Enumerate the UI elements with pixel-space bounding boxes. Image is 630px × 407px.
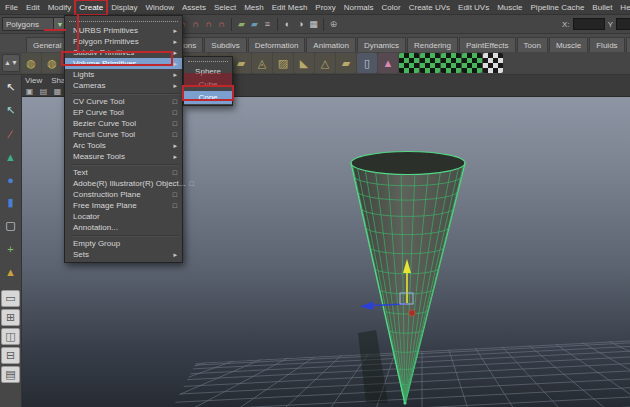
layout-single-pane[interactable]: ▭ (1, 290, 20, 307)
render-settings-icon[interactable]: ▦ (307, 17, 320, 31)
menu-item[interactable]: Create (75, 0, 107, 15)
submenu-item[interactable]: Cube (184, 78, 232, 91)
soft-mod-tool[interactable]: ▲ (1, 262, 20, 281)
poly-split-icon[interactable]: ◬ (252, 53, 272, 73)
lasso-select-tool[interactable]: ↖ (1, 101, 20, 120)
menu-item[interactable]: Assets (178, 0, 210, 15)
shelf-tab[interactable]: PaintEffects (459, 37, 516, 52)
shelf-tab[interactable]: Dynamics (357, 37, 406, 52)
menu-item[interactable]: Modify (44, 0, 76, 15)
poly-merge-icon[interactable]: ▨ (273, 53, 293, 73)
poly-quad-icon[interactable]: ▰ (336, 53, 356, 73)
create-menu-item[interactable]: Subdiv Primitives ▸ (65, 47, 182, 58)
select-tool[interactable]: ↖ (1, 78, 20, 97)
shelf-tab[interactable]: Muscle (549, 37, 588, 52)
menu-item[interactable]: Proxy (311, 0, 339, 15)
shelf-tab[interactable]: General (26, 37, 68, 52)
menu-item[interactable]: Pipeline Cache (527, 0, 589, 15)
menu-item[interactable]: Edit Mesh (268, 0, 312, 15)
render-icon[interactable]: ◐ (281, 17, 294, 31)
menu-item[interactable]: Muscle (493, 0, 526, 15)
menu-item[interactable]: Window (142, 0, 178, 15)
poly-bridge-icon[interactable]: ▰ (231, 53, 251, 73)
uv-checker3-icon[interactable]: ▩ (441, 53, 461, 73)
poly-sphere-icon[interactable]: ◍ (21, 53, 41, 73)
menu-item[interactable]: Edit (22, 0, 44, 15)
menu-item[interactable]: Create UVs (405, 0, 454, 15)
create-menu-item[interactable]: Polygon Primitives ▸ (65, 36, 182, 47)
create-menu-item[interactable]: Text □ (65, 167, 182, 178)
poly-wedge-icon[interactable]: ◣ (294, 53, 314, 73)
create-menu-item[interactable]: Annotation... (65, 222, 182, 233)
create-menu-item[interactable]: Locator (65, 211, 182, 222)
create-menu-item[interactable]: Sets ▸ (65, 249, 182, 260)
menu-item[interactable]: Bullet (588, 0, 616, 15)
uv-checker2-icon[interactable]: ▩ (420, 53, 440, 73)
shelf-scroll-arrows-icon[interactable]: ▲▼ (2, 54, 20, 72)
move-tool[interactable]: ▲ (1, 147, 20, 166)
create-menu-item[interactable]: NURBS Primitives ▸ (65, 25, 182, 36)
output-connection-icon[interactable]: ▰ (248, 17, 261, 31)
layout-outliner-persp[interactable]: ▤ (1, 366, 20, 383)
menu-item[interactable]: Help (616, 0, 630, 15)
menu-item[interactable]: File (1, 0, 22, 15)
create-menu-item[interactable]: Lights ▸ (65, 69, 182, 80)
menu-item[interactable]: Display (107, 0, 141, 15)
shelf-tab[interactable]: Fluids (589, 37, 624, 52)
universal-manip-tool[interactable]: + (1, 239, 20, 258)
menu-tearoff-handle[interactable] (69, 18, 178, 22)
poly-triangulate-icon[interactable]: △ (315, 53, 335, 73)
poly-sphere2-icon[interactable]: ◍ (42, 53, 62, 73)
sym-icon[interactable]: ⊕ (327, 17, 340, 31)
divider[interactable] (277, 18, 278, 31)
rotate-tool[interactable]: ● (1, 170, 20, 189)
create-menu-item[interactable]: Construction Plane □ (65, 189, 182, 200)
menu-item[interactable]: Select (210, 0, 240, 15)
camera-attrs-icon[interactable]: ▣ (24, 87, 35, 97)
history-icon[interactable]: ≡ (261, 17, 274, 31)
divider[interactable] (231, 18, 232, 31)
shelf-tab[interactable]: Fur (626, 37, 630, 52)
layout-two-pane-stacked[interactable]: ⊟ (1, 347, 20, 364)
menu-item[interactable]: Edit UVs (454, 0, 493, 15)
x-coordinate-input[interactable] (573, 18, 605, 30)
snap-projected-icon[interactable]: ∩ (202, 17, 215, 31)
divider[interactable] (323, 18, 324, 31)
menu-item[interactable]: Normals (340, 0, 378, 15)
shelf-tab[interactable]: Deformation (248, 37, 306, 52)
create-menu-item[interactable]: Bezier Curve Tool □ (65, 118, 182, 129)
create-menu-item[interactable]: Pencil Curve Tool □ (65, 129, 182, 140)
snap-view-icon[interactable]: ∩ (215, 17, 228, 31)
shelf-tab[interactable]: Toon (517, 37, 548, 52)
poly-page-icon[interactable]: ▯ (357, 53, 377, 73)
submenu-item[interactable]: Sphere (184, 65, 232, 78)
create-menu-item[interactable]: CV Curve Tool □ (65, 96, 182, 107)
panel-menu-item[interactable]: View (25, 76, 42, 85)
menu-item[interactable]: Mesh (240, 0, 268, 15)
create-menu-item[interactable]: Adobe(R) Illustrator(R) Object... □ (65, 178, 182, 189)
shelf-tab[interactable]: Subdivs (204, 37, 246, 52)
uv-checker4-icon[interactable]: ▩ (462, 53, 482, 73)
image-plane-icon[interactable]: ▦ (52, 87, 63, 97)
create-menu-item[interactable]: Volume Primitives ▸ (65, 58, 182, 69)
input-connection-icon[interactable]: ▰ (235, 17, 248, 31)
create-menu-item[interactable]: Cameras ▸ (65, 80, 182, 91)
submenu-tearoff-handle[interactable] (188, 58, 228, 62)
scale-tool[interactable]: ▮ (1, 193, 20, 212)
layout-four-pane[interactable]: ⊞ (1, 309, 20, 326)
create-menu-item[interactable]: EP Curve Tool □ (65, 107, 182, 118)
bookmark-icon[interactable]: ▤ (38, 87, 49, 97)
last-tool[interactable]: ▢ (1, 216, 20, 235)
y-coordinate-input[interactable] (616, 18, 630, 30)
snap-point-icon[interactable]: ∩ (189, 17, 202, 31)
paint-select-tool[interactable]: ∕ (1, 124, 20, 143)
create-menu-item[interactable]: Empty Group (65, 238, 182, 249)
create-menu-item[interactable]: Arc Tools ▸ (65, 140, 182, 151)
submenu-item[interactable]: Cone (184, 91, 232, 104)
menu-item[interactable]: Color (378, 0, 405, 15)
ipr-render-icon[interactable]: ◑ (294, 17, 307, 31)
create-menu-item[interactable]: Free Image Plane □ (65, 200, 182, 211)
uv-checker5-icon[interactable]: ▩ (483, 53, 503, 73)
create-menu-item[interactable]: Measure Tools ▸ (65, 151, 182, 162)
uv-checker1-icon[interactable]: ▩ (399, 53, 419, 73)
